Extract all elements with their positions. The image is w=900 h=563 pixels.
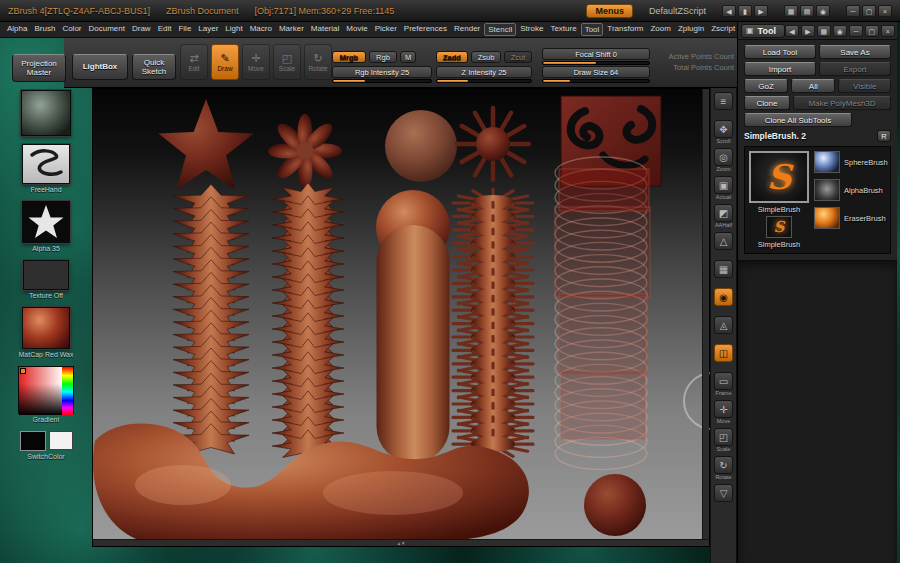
nav-arrow-icon[interactable]: ▶ [754, 5, 768, 17]
mrgb-button[interactable]: Mrgb [332, 51, 366, 63]
window-control-icon[interactable]: × [878, 5, 892, 17]
texture-swatch[interactable]: Texture Off [23, 260, 69, 299]
make-polymesh3d-button[interactable]: Make PolyMesh3D [793, 96, 891, 110]
z-intensity-slider[interactable]: Z Intensity 25 [436, 66, 532, 78]
zcut-button[interactable]: Zcut [504, 51, 532, 63]
load-tool-button[interactable]: Load Tool [744, 45, 816, 59]
floor-icon[interactable]: ▦ [714, 260, 733, 285]
focal-shift-slider[interactable]: Focal Shift 0 [542, 48, 650, 60]
menu-item[interactable]: Stencil [484, 23, 516, 36]
local-icon[interactable]: ◉ [714, 288, 733, 313]
switch-color[interactable]: SwitchColor [20, 431, 73, 460]
nav-arrow-icon[interactable]: ◀ [722, 5, 736, 17]
menu-item[interactable]: Preferences [401, 23, 450, 36]
main-color-swatch[interactable] [20, 431, 46, 451]
aahalf-icon[interactable]: ◩ AAHalf [714, 204, 733, 229]
mode-button[interactable]: ↻ Rotate [304, 44, 332, 80]
menu-item[interactable]: Alpha [4, 23, 30, 36]
zoom-icon[interactable]: ◎ Zoom [714, 148, 733, 173]
tray-window-icon[interactable]: ◀ [785, 25, 799, 37]
menu-item[interactable]: Brush [31, 23, 58, 36]
tool-thumb-alphabrush[interactable]: AlphaBrush [814, 179, 883, 201]
goz-all-button[interactable]: All [791, 79, 835, 93]
goz-button[interactable]: GoZ [744, 79, 788, 93]
mode-button[interactable]: ✛ Move [242, 44, 270, 80]
zscript-selector[interactable]: DefaultZScript [649, 6, 706, 16]
quick-sketch-button[interactable]: Quick Sketch [132, 54, 176, 80]
menu-item[interactable]: Draw [129, 23, 154, 36]
tool-thumb-simplebrush-selected[interactable]: S [749, 151, 809, 203]
menu-item[interactable]: Texture [547, 23, 579, 36]
brush-preview-swatch[interactable] [21, 90, 71, 136]
nav-arrow-icon[interactable]: ▮ [738, 5, 752, 17]
menu-item[interactable]: Zscript [708, 23, 738, 36]
menu-item[interactable]: Transform [604, 23, 646, 36]
menu-item[interactable]: Document [86, 23, 128, 36]
menu-item[interactable]: Tool [581, 23, 604, 36]
rotate-icon[interactable]: ↻ Rotate [714, 456, 733, 481]
move-icon[interactable]: ✛ Move [714, 400, 733, 425]
menu-item[interactable]: Movie [343, 23, 370, 36]
document-canvas[interactable]: ▴ ▾ [92, 88, 710, 547]
restore-config-button[interactable]: R [877, 130, 891, 142]
window-control-icon[interactable]: ─ [846, 5, 860, 17]
dock-icon[interactable]: ▽ [714, 484, 733, 509]
zsub-button[interactable]: Zsub [471, 51, 501, 63]
persp-icon[interactable]: △ [714, 232, 733, 257]
m-button[interactable]: M [400, 51, 416, 63]
rgb-intensity-track[interactable] [332, 79, 432, 83]
tool-thumb-simplebrush[interactable]: S [766, 216, 792, 238]
secondary-color-swatch[interactable] [49, 431, 73, 450]
tray-window-icon[interactable]: ◉ [833, 25, 847, 37]
focal-shift-track[interactable] [542, 61, 650, 65]
canvas-hscrollbar[interactable]: ▴ ▾ [93, 539, 709, 546]
titlebar-tool-icon[interactable]: ◉ [816, 5, 830, 17]
tool-thumb-spherebrush[interactable]: SphereBrush [814, 151, 888, 173]
tray-window-icon[interactable]: × [881, 25, 895, 37]
menu-item[interactable]: Marker [276, 23, 307, 36]
titlebar-tool-icon[interactable]: ▤ [800, 5, 814, 17]
actual-icon[interactable]: ▣ Actual [714, 176, 733, 201]
tool-thumb-eraserbrush[interactable]: EraserBrush [814, 207, 886, 229]
projection-master-button[interactable]: Projection Master [12, 54, 66, 82]
mode-button[interactable]: ◰ Scale [273, 44, 301, 80]
rgb-intensity-slider[interactable]: Rgb Intensity 25 [332, 66, 432, 78]
menu-item[interactable]: Edit [155, 23, 175, 36]
menu-item[interactable]: Macro [247, 23, 275, 36]
mode-button[interactable]: ⇄ Edit [180, 44, 208, 80]
z-intensity-track[interactable] [436, 79, 532, 83]
menu-item[interactable]: Light [222, 23, 245, 36]
tray-window-icon[interactable]: ▶ [801, 25, 815, 37]
menus-button[interactable]: Menus [586, 4, 633, 18]
zadd-button[interactable]: Zadd [436, 51, 468, 63]
goz-visible-button[interactable]: Visible [838, 79, 891, 93]
color-picker[interactable]: Gradient [18, 366, 74, 423]
menu-item[interactable]: Zplugin [675, 23, 707, 36]
import-button[interactable]: Import [744, 62, 816, 76]
rgb-button[interactable]: Rgb [369, 51, 397, 63]
saturation-square[interactable] [19, 367, 63, 415]
lsym-icon[interactable]: ◬ [714, 316, 733, 341]
alpha-swatch[interactable]: Alpha 35 [22, 201, 70, 252]
stroke-swatch[interactable]: FreeHand [22, 144, 70, 193]
menu-item[interactable]: Layer [195, 23, 221, 36]
menu-item[interactable]: Picker [372, 23, 400, 36]
tray-window-icon[interactable]: ─ [849, 25, 863, 37]
mode-button[interactable]: ✎ Draw [211, 44, 239, 80]
scroll-icon[interactable]: ✥ Scroll [714, 120, 733, 145]
tray-window-icon[interactable]: ▢ [865, 25, 879, 37]
menu-item[interactable]: Material [308, 23, 342, 36]
frame-icon[interactable]: ▭ Frame [714, 372, 733, 397]
shelf-divider-icon[interactable]: ≡ [714, 92, 733, 117]
clone-all-subtools-button[interactable]: Clone All SubTools [744, 113, 852, 127]
draw-size-slider[interactable]: Draw Size 64 [542, 66, 650, 78]
solo-icon[interactable]: ◫ [714, 344, 733, 369]
canvas-vscrollbar[interactable] [702, 89, 709, 546]
titlebar-tool-icon[interactable]: ▦ [784, 5, 798, 17]
save-as-button[interactable]: Save As [819, 45, 891, 59]
tray-window-icon[interactable]: ▦ [817, 25, 831, 37]
material-swatch[interactable]: MatCap Red Wax [19, 307, 74, 358]
menu-item[interactable]: Color [59, 23, 84, 36]
draw-size-track[interactable] [542, 79, 650, 83]
tool-palette-header[interactable]: ▣ Tool [741, 24, 785, 38]
